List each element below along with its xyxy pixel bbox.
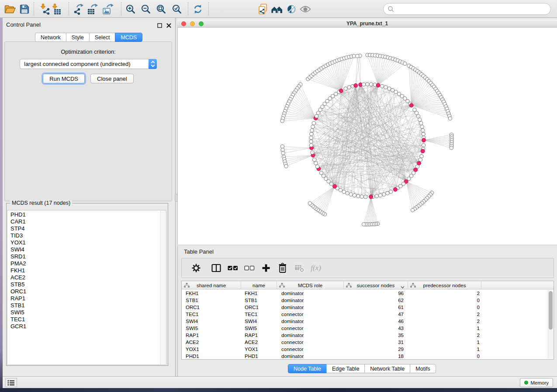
toolbar-separator	[121, 2, 121, 15]
table-row[interactable]: SWI4SWI4dominator462	[182, 318, 547, 325]
scrollbar-thumb[interactable]	[549, 291, 553, 330]
column-tree-icon	[410, 283, 416, 289]
column-header-predecessor-nodes[interactable]: predecessor nodes	[408, 281, 481, 289]
export-table-icon[interactable]	[86, 2, 100, 16]
table-row[interactable]: PHD1PHD1dominator180	[182, 353, 547, 359]
cell-shared-name: SWI5	[182, 325, 241, 332]
network-overview-icon[interactable]	[270, 2, 284, 16]
open-file-icon[interactable]	[3, 2, 17, 16]
export-network-icon[interactable]	[73, 2, 86, 16]
import-table-icon[interactable]	[50, 2, 63, 16]
cell-successor-nodes: 43	[344, 325, 408, 332]
network-canvas[interactable]	[177, 28, 557, 244]
list-item[interactable]: SWI5	[7, 309, 160, 316]
settings-gear-icon[interactable]	[189, 261, 204, 275]
column-label: name	[253, 283, 265, 288]
list-item[interactable]: STP4	[7, 225, 160, 232]
network-view-title: YPA_prune.txt_1	[177, 21, 557, 27]
sort-chevron-icon	[401, 284, 405, 289]
unselect-all-rows-icon[interactable]	[242, 261, 257, 275]
refresh-layout-icon[interactable]	[191, 2, 204, 16]
column-header-shared-name[interactable]: shared name	[182, 281, 241, 289]
delete-selected-icon[interactable]	[275, 261, 290, 275]
cell-shared-name: STB1	[182, 297, 241, 304]
task-history-button[interactable]	[5, 378, 17, 387]
add-column-icon[interactable]	[259, 261, 273, 275]
list-item[interactable]: GCR1	[7, 323, 160, 330]
table-row[interactable]: STB1STB1dominator620	[182, 297, 547, 304]
zoom-fit-icon[interactable]	[154, 2, 167, 16]
hide-graphics-details-icon[interactable]	[285, 2, 298, 16]
tab-style[interactable]: Style	[66, 33, 90, 42]
list-item[interactable]: ORC1	[7, 288, 160, 295]
list-item[interactable]: STB5	[7, 281, 160, 288]
table-row[interactable]: SWI5SWI5connector431	[182, 325, 547, 332]
criterion-select[interactable]: largest connected component (undirected)	[20, 59, 157, 69]
cell-successor-nodes: 31	[344, 339, 408, 346]
zoom-in-icon[interactable]	[124, 2, 137, 16]
function-builder-icon: f(x)	[308, 261, 323, 275]
task-list-icon	[7, 379, 15, 386]
cell-mcds-role: connector	[277, 339, 344, 346]
zoom-selected-icon[interactable]	[170, 2, 183, 16]
clone-network-icon[interactable]	[256, 2, 270, 16]
tab-network[interactable]: Network	[35, 33, 66, 42]
search-box[interactable]	[383, 3, 551, 15]
table-row[interactable]: ORC1ORC1dominator610	[182, 304, 547, 311]
list-item[interactable]: YOX1	[7, 239, 160, 246]
split-columns-icon[interactable]	[209, 261, 224, 275]
cell-predecessor-nodes: 1	[408, 339, 481, 346]
column-header-successor-nodes[interactable]: successor nodes	[344, 281, 408, 289]
list-item[interactable]: TID3	[7, 232, 160, 239]
list-scrollbar[interactable]	[160, 210, 166, 364]
search-input[interactable]	[396, 6, 550, 12]
save-session-icon[interactable]	[18, 2, 31, 16]
float-panel-icon[interactable]	[156, 22, 163, 28]
table-row[interactable]: ACE2ACE2connector311	[182, 339, 547, 346]
zoom-out-icon[interactable]	[139, 2, 152, 16]
cell-predecessor-nodes: 2	[408, 332, 481, 339]
list-item[interactable]: CAR1	[7, 218, 160, 225]
cell-name: FKH1	[241, 290, 277, 297]
list-item[interactable]: FKH1	[7, 267, 160, 274]
close-panel-button[interactable]: Close panel	[90, 74, 134, 83]
tab-mcds[interactable]: MCDS	[115, 33, 142, 42]
list-item[interactable]: STB1	[7, 302, 160, 309]
table-panel: Table Panel f(x) shared namenameMCDS rol	[177, 246, 557, 376]
memory-button[interactable]: Memory	[520, 378, 553, 387]
tab-select[interactable]: Select	[89, 33, 116, 42]
control-panel: Control Panel NetworkStyleSelectMCDS Opt…	[3, 18, 176, 376]
table-row[interactable]: TEC1TEC1connector472	[182, 311, 547, 318]
table-tab-node-table[interactable]: Node Table	[288, 364, 327, 373]
list-item[interactable]: SWI4	[7, 246, 160, 253]
cell-predecessor-nodes: 2	[408, 290, 481, 297]
table-scrollbar[interactable]	[548, 290, 554, 359]
table-row[interactable]: YOX1YOX1connector291	[182, 346, 547, 353]
list-item[interactable]: ACE2	[7, 274, 160, 281]
table-row[interactable]: RAP1RAP1dominator352	[182, 332, 547, 339]
export-image-icon[interactable]	[102, 2, 115, 16]
cell-mcds-role: dominator	[277, 290, 344, 297]
list-item[interactable]: PHD1	[7, 211, 160, 218]
list-item[interactable]: SRD1	[7, 253, 160, 260]
list-item[interactable]: TEC1	[7, 316, 160, 323]
status-bar: Memory	[3, 376, 557, 388]
run-mcds-button[interactable]: Run MCDS	[43, 74, 85, 83]
table-tab-edge-table[interactable]: Edge Table	[326, 364, 365, 373]
mcds-tab-content: Optimization criterion: largest connecte…	[4, 41, 172, 201]
column-header-mcds-role[interactable]: MCDS role	[277, 281, 344, 289]
close-panel-icon[interactable]	[166, 22, 172, 28]
table-tab-motifs[interactable]: Motifs	[410, 364, 436, 373]
show-graphics-details-icon[interactable]	[299, 2, 312, 16]
list-item[interactable]: RAP1	[7, 295, 160, 302]
list-item[interactable]: PMA2	[7, 260, 160, 267]
table-row[interactable]: FKH1FKH1dominator962	[182, 290, 547, 297]
cell-name: STB1	[241, 297, 277, 304]
cell-shared-name: FKH1	[182, 290, 241, 297]
select-all-rows-icon[interactable]	[225, 261, 240, 275]
cell-name: RAP1	[241, 332, 277, 339]
cell-shared-name: PHD1	[182, 353, 241, 359]
column-header-name[interactable]: name	[241, 281, 277, 289]
cell-predecessor-nodes: 0	[408, 353, 481, 359]
table-tab-network-table[interactable]: Network Table	[364, 364, 410, 373]
